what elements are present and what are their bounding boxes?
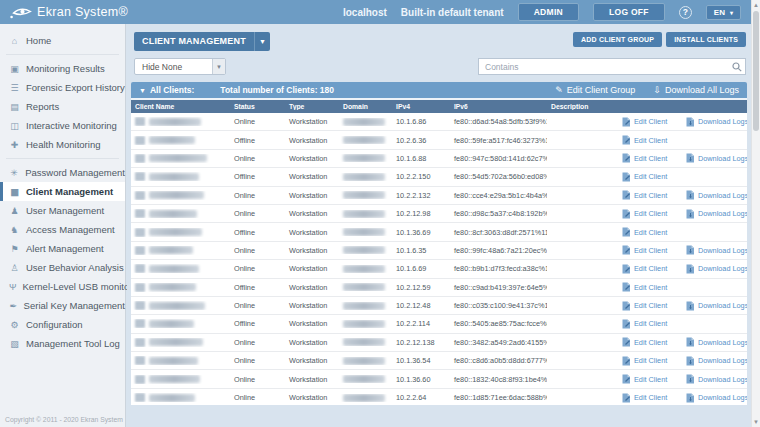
domain-cell bbox=[339, 118, 392, 126]
col-client-name: Client Name bbox=[131, 103, 230, 110]
ipv4-cell: 10.2.2.114 bbox=[392, 319, 450, 328]
search-icon[interactable] bbox=[729, 62, 745, 72]
redacted-domain bbox=[343, 338, 385, 346]
edit-client-link[interactable]: Edit Client bbox=[622, 172, 682, 182]
ipv6-cell: fe80::5405:ae85:75ac:fcce%8 bbox=[450, 319, 547, 328]
download-logs-link[interactable]: Download Logs bbox=[686, 337, 747, 347]
sidebar-item-monitoring-results[interactable]: ▣ Monitoring Results bbox=[0, 59, 125, 78]
logoff-button[interactable]: LOG OFF bbox=[593, 3, 665, 21]
sidebar-item-access-management[interactable]: ♞ Access Management bbox=[0, 220, 125, 239]
client-name-cell bbox=[131, 191, 230, 200]
download-document-icon bbox=[686, 209, 695, 219]
edit-client-link[interactable]: Edit Client bbox=[622, 356, 682, 366]
redacted-client-name bbox=[149, 375, 200, 383]
type-cell: Workstation bbox=[285, 319, 339, 328]
download-logs-link[interactable]: Download Logs bbox=[686, 356, 747, 366]
install-clients-button[interactable]: INSTALL CLIENTS bbox=[666, 32, 746, 47]
sidebar-divider bbox=[6, 158, 119, 159]
sidebar-item-forensic-export-history[interactable]: ☰ Forensic Export History bbox=[0, 78, 125, 97]
ipv6-cell: fe80::c9ad:b419:397e:64e5%5 bbox=[450, 283, 547, 292]
hide-filter-select[interactable]: Hide None ▼ bbox=[134, 58, 226, 75]
collapse-group-icon[interactable]: ▼ bbox=[139, 87, 146, 94]
admin-menu-button[interactable]: ADMIN bbox=[518, 3, 579, 21]
download-logs-link[interactable]: Download Logs bbox=[686, 117, 747, 127]
redacted-client-name bbox=[149, 118, 201, 126]
scrollbar-thumb[interactable] bbox=[753, 11, 759, 131]
sidebar-item-user-behavior-analysis[interactable]: ♙ User Behavior Analysis bbox=[0, 258, 125, 277]
download-logs-link[interactable]: Download Logs bbox=[686, 245, 747, 255]
edit-client-link[interactable]: Edit Client bbox=[622, 301, 682, 311]
download-logs-link[interactable]: Download Logs bbox=[686, 209, 747, 219]
language-value: EN bbox=[714, 8, 725, 17]
edit-client-link[interactable]: Edit Client bbox=[622, 117, 682, 127]
download-logs-link[interactable]: Download Logs bbox=[686, 374, 747, 384]
scroll-up-icon[interactable]: ▲ bbox=[752, 0, 760, 10]
sidebar-item-health-monitoring[interactable]: ✚ Health Monitoring bbox=[0, 135, 125, 154]
download-logs-link[interactable]: Download Logs bbox=[686, 264, 747, 274]
redacted-client-name bbox=[149, 357, 198, 365]
user-management-icon: ♟ bbox=[9, 206, 20, 216]
col-description: Description bbox=[547, 103, 618, 110]
edit-client-link[interactable]: Edit Client bbox=[622, 245, 682, 255]
download-all-logs-link[interactable]: ⇩ Download All Logs bbox=[653, 85, 739, 95]
edit-client-group-link[interactable]: ✎ Edit Client Group bbox=[555, 85, 635, 95]
ipv4-cell: 10.2.12.48 bbox=[392, 301, 450, 310]
edit-client-link[interactable]: Edit Client bbox=[622, 153, 682, 163]
edit-client-link[interactable]: Edit Client bbox=[622, 374, 682, 384]
client-management-tab[interactable]: CLIENT MANAGEMENT ▼ bbox=[134, 32, 270, 51]
vertical-scrollbar[interactable]: ▲ ▼ bbox=[751, 0, 760, 427]
language-selector[interactable]: EN ▾ bbox=[706, 5, 741, 20]
sidebar-item-user-management[interactable]: ♟ User Management bbox=[0, 201, 125, 220]
ipv6-cell: fe80::59fe:a517:fc46:3273%11 bbox=[450, 136, 547, 145]
status-cell: Offline bbox=[230, 319, 285, 328]
domain-cell bbox=[339, 302, 392, 310]
computer-icon bbox=[135, 172, 145, 181]
status-cell: Online bbox=[230, 117, 285, 126]
edit-client-link[interactable]: Edit Client bbox=[622, 135, 682, 145]
domain-cell bbox=[339, 191, 392, 199]
table-row: Offline Workstation 10.2.12.59 fe80::c9a… bbox=[131, 279, 747, 297]
eye-logo-icon bbox=[10, 6, 32, 19]
sidebar-item-kernel-level-usb-monitoring[interactable]: Ψ Kernel-Level USB monitoring bbox=[0, 277, 125, 296]
edit-client-link[interactable]: Edit Client bbox=[622, 209, 682, 219]
download-logs-link[interactable]: Download Logs bbox=[686, 301, 747, 311]
scroll-down-icon[interactable]: ▼ bbox=[752, 417, 760, 427]
serial-key-management-icon: ✒ bbox=[9, 301, 18, 311]
client-name-cell bbox=[131, 136, 230, 145]
edit-document-icon bbox=[622, 393, 631, 403]
sidebar-item-client-management[interactable]: ▦ Client Management bbox=[0, 182, 125, 201]
domain-cell bbox=[339, 154, 392, 162]
edit-client-link[interactable]: Edit Client bbox=[622, 190, 682, 200]
sidebar-item-configuration[interactable]: ⚙ Configuration bbox=[0, 315, 125, 334]
download-logs-link[interactable]: Download Logs bbox=[686, 190, 747, 200]
edit-client-link[interactable]: Edit Client bbox=[622, 227, 682, 237]
add-client-group-button[interactable]: ADD CLIENT GROUP bbox=[573, 32, 662, 47]
sidebar-item-management-tool-log[interactable]: ▧ Management Tool Log bbox=[0, 334, 125, 353]
redacted-client-name bbox=[149, 246, 193, 254]
type-cell: Workstation bbox=[285, 136, 339, 145]
edit-client-link[interactable]: Edit Client bbox=[622, 319, 682, 329]
chevron-down-icon[interactable]: ▼ bbox=[254, 32, 270, 51]
download-document-icon bbox=[686, 190, 695, 200]
sidebar-item-password-management[interactable]: ✳ Password Management bbox=[0, 163, 125, 182]
domain-cell bbox=[339, 283, 392, 291]
sidebar-item-alert-management[interactable]: ⚑ Alert Management bbox=[0, 239, 125, 258]
edit-client-link[interactable]: Edit Client bbox=[622, 282, 682, 292]
edit-document-icon bbox=[622, 117, 631, 127]
download-logs-link[interactable]: Download Logs bbox=[686, 153, 747, 163]
redacted-client-name bbox=[149, 283, 196, 291]
sidebar-item-serial-key-management[interactable]: ✒ Serial Key Management bbox=[0, 296, 125, 315]
status-cell: Online bbox=[230, 375, 285, 384]
sidebar-item-interactive-monitoring[interactable]: ◫ Interactive Monitoring bbox=[0, 116, 125, 135]
download-logs-link[interactable]: Download Logs bbox=[686, 393, 747, 403]
help-icon[interactable]: ? bbox=[679, 6, 692, 19]
edit-client-link[interactable]: Edit Client bbox=[622, 393, 682, 403]
status-cell: Online bbox=[230, 264, 285, 273]
search-input[interactable] bbox=[479, 62, 729, 72]
edit-client-link[interactable]: Edit Client bbox=[622, 337, 682, 347]
monitoring-results-icon: ▣ bbox=[9, 64, 20, 74]
sidebar-item-home[interactable]: ⌂ Home bbox=[0, 31, 125, 50]
edit-client-link[interactable]: Edit Client bbox=[622, 264, 682, 274]
sidebar-item-reports[interactable]: ▤ Reports bbox=[0, 97, 125, 116]
col-ipv6: IPv6 bbox=[450, 103, 547, 110]
